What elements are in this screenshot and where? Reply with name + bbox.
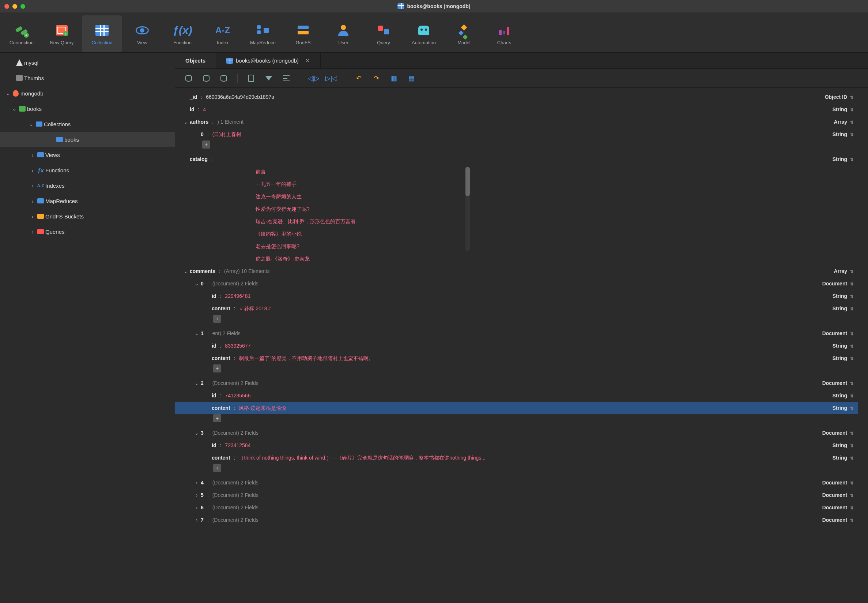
chart-view-button[interactable]: ▥ — [387, 72, 401, 85]
window-minimize-button[interactable] — [12, 4, 17, 9]
sidebar-item-collections[interactable]: ⌄ Collections — [0, 116, 175, 132]
undo-button[interactable]: ↶ — [352, 72, 365, 85]
field-comments-2-content[interactable]: content:风格 读起来很是愉悦String ⇅ — [175, 402, 858, 414]
chevron-right-icon[interactable]: › — [193, 489, 200, 501]
refresh-button[interactable] — [182, 72, 196, 85]
sidebar-item-mapreduces[interactable]: › MapReduces — [0, 193, 175, 209]
sidebar-item-queries[interactable]: › Queries — [0, 224, 175, 239]
prev-record-button[interactable]: ◁|▷ — [307, 72, 321, 85]
field-comments-0-id[interactable]: id:229496481String ⇅ — [175, 290, 858, 302]
close-tab-icon[interactable]: ✕ — [305, 57, 310, 64]
field-_id[interactable]: _id:660036a6a04a94d29eb1897aObject ID ⇅ — [175, 91, 858, 103]
window-close-button[interactable] — [5, 4, 9, 9]
add-field-button[interactable]: + — [213, 414, 221, 422]
sidebar-item-indexes[interactable]: › A-Z Indexes — [0, 178, 175, 193]
chevron-right-icon[interactable]: › — [29, 167, 36, 173]
add-field-row[interactable]: + — [175, 365, 858, 377]
field-comments-0[interactable]: ⌄0:(Document) 2 FieldsDocument ⇅ — [175, 277, 858, 290]
sidebar-item-views[interactable]: › Views — [0, 147, 175, 162]
add-field-row[interactable]: + — [175, 464, 858, 476]
chevron-down-icon[interactable]: ⌄ — [193, 277, 200, 290]
toolbar-collection[interactable]: Collection — [82, 15, 122, 52]
chevron-right-icon[interactable]: › — [193, 476, 200, 489]
chevron-down-icon[interactable]: ⌄ — [5, 90, 11, 97]
field-comments-4[interactable]: ›4:(Document) 2 FieldsDocument ⇅ — [175, 476, 858, 489]
sidebar-item-mongodb[interactable]: ⌄ mongodb — [0, 86, 175, 101]
field-comments-3-id[interactable]: id:723412584String ⇅ — [175, 439, 858, 451]
field-comments-1-content[interactable]: content:剩最后一篇了"的感觉，不用动脑子地跟随村上也蛮不错啊。Strin… — [175, 352, 858, 365]
add-field-button[interactable]: + — [202, 141, 210, 148]
json-view-button[interactable]: ▦ — [404, 72, 418, 85]
chevron-down-icon[interactable]: ⌄ — [193, 427, 200, 439]
field-comments-6[interactable]: ›6:(Document) 2 FieldsDocument ⇅ — [175, 501, 858, 514]
toolbar-mapreduce[interactable]: MapReduce — [243, 15, 283, 52]
field-comments-2[interactable]: ⌄2:(Document) 2 FieldsDocument ⇅ — [175, 377, 858, 389]
tab-objects[interactable]: Objects — [175, 53, 216, 68]
sidebar-item-mysql[interactable]: mysql — [0, 55, 175, 70]
chevron-right-icon[interactable]: › — [29, 213, 36, 220]
toolbar-function[interactable]: ƒ(x)Function — [162, 15, 202, 52]
catalog-content[interactable]: 前言一九五一年的捕手达克一奇萨姆的人生性爱为何变得无趣了呢?瑞吉·杰克逊、比利·… — [256, 165, 460, 265]
window-maximize-button[interactable] — [20, 4, 25, 9]
field-comments-1[interactable]: ⌄1:ent) 2 FieldsDocument ⇅ — [175, 327, 858, 340]
toolbar-model[interactable]: Model — [444, 15, 484, 52]
document-viewer[interactable]: _id:660036a6a04a94d29eb1897aObject ID ⇅i… — [175, 88, 868, 603]
chevron-right-icon[interactable]: › — [193, 501, 200, 514]
field-catalog[interactable]: catalog:String ⇅ — [175, 153, 858, 165]
sidebar-item-books-db[interactable]: ⌄ books — [0, 101, 175, 116]
chevron-right-icon[interactable]: › — [29, 182, 36, 189]
new-doc-button[interactable] — [244, 72, 258, 85]
field-key: comments — [190, 265, 215, 277]
add-field-row[interactable]: + — [175, 141, 858, 153]
redo-button[interactable]: ↷ — [369, 72, 383, 85]
toolbar-query[interactable]: Query — [364, 15, 404, 52]
model-icon — [458, 22, 469, 39]
sidebar-item-books-collection[interactable]: books — [0, 132, 175, 147]
chevron-right-icon[interactable]: › — [193, 514, 200, 526]
filter-button[interactable] — [262, 72, 276, 85]
field-comments-3-content[interactable]: content:（think of nothing things, think … — [175, 451, 858, 464]
add-field-button[interactable]: + — [213, 365, 221, 373]
sidebar-item-functions[interactable]: › ƒx Functions — [0, 162, 175, 178]
field-comments[interactable]: ⌄comments:(Array) 10 ElementsArray ⇅ — [175, 265, 858, 277]
catalog-scrollbar[interactable] — [466, 167, 470, 251]
chevron-right-icon[interactable]: › — [29, 152, 36, 158]
toolbar-gridfs[interactable]: GridFS — [283, 15, 323, 52]
chevron-down-icon[interactable]: ⌄ — [193, 377, 200, 389]
add-field-row[interactable]: + — [175, 414, 858, 427]
chevron-down-icon[interactable]: ⌄ — [11, 105, 17, 112]
field-comments-1-id[interactable]: id:833925677String ⇅ — [175, 340, 858, 352]
toolbar-index[interactable]: A-ZIndex — [202, 15, 243, 52]
toolbar-user[interactable]: User — [323, 15, 364, 52]
field-comments-3[interactable]: ⌄3:(Document) 2 FieldsDocument ⇅ — [175, 427, 858, 439]
export-button[interactable] — [199, 72, 213, 85]
field-comments-0-content[interactable]: content:＃补标 2018＃String ⇅ — [175, 302, 858, 315]
field-type: Document ⇅ — [822, 501, 853, 514]
field-authors-0[interactable]: 0:(日)村上春树String ⇅ — [175, 128, 858, 141]
add-field-button[interactable]: + — [213, 315, 221, 323]
chevron-down-icon[interactable]: ⌄ — [193, 327, 200, 340]
field-comments-2-id[interactable]: id:741235566String ⇅ — [175, 389, 858, 402]
sort-button[interactable] — [279, 72, 293, 85]
add-field-button[interactable]: + — [213, 464, 221, 472]
chevron-right-icon[interactable]: › — [29, 198, 36, 204]
field-id[interactable]: id:4String ⇅ — [175, 103, 858, 116]
chevron-down-icon[interactable]: ⌄ — [182, 265, 189, 277]
toolbar-connection[interactable]: +Connection — [2, 15, 42, 52]
chevron-down-icon[interactable]: ⌄ — [182, 116, 189, 128]
chevron-down-icon[interactable]: ⌄ — [28, 121, 34, 127]
sidebar-item-thumbs[interactable]: Thumbs — [0, 70, 175, 86]
field-comments-7[interactable]: ›7:(Document) 2 FieldsDocument ⇅ — [175, 514, 858, 526]
field-authors[interactable]: ⌄authors:) 1 ElementArray ⇅ — [175, 116, 858, 128]
toolbar-newquery[interactable]: +New Query — [42, 15, 82, 52]
sidebar-item-gridfs[interactable]: › GridFS Buckets — [0, 209, 175, 224]
next-record-button[interactable]: ▷|◁ — [324, 72, 338, 85]
toolbar-charts[interactable]: Charts — [484, 15, 524, 52]
toolbar-view[interactable]: View — [122, 15, 162, 52]
field-comments-5[interactable]: ›5:(Document) 2 FieldsDocument ⇅ — [175, 489, 858, 501]
tab-books-doc[interactable]: books@books (mongodb) ✕ — [216, 53, 321, 68]
import-button[interactable] — [217, 72, 231, 85]
add-field-row[interactable]: + — [175, 315, 858, 327]
chevron-right-icon[interactable]: › — [29, 229, 36, 235]
toolbar-automation[interactable]: Automation — [404, 15, 444, 52]
